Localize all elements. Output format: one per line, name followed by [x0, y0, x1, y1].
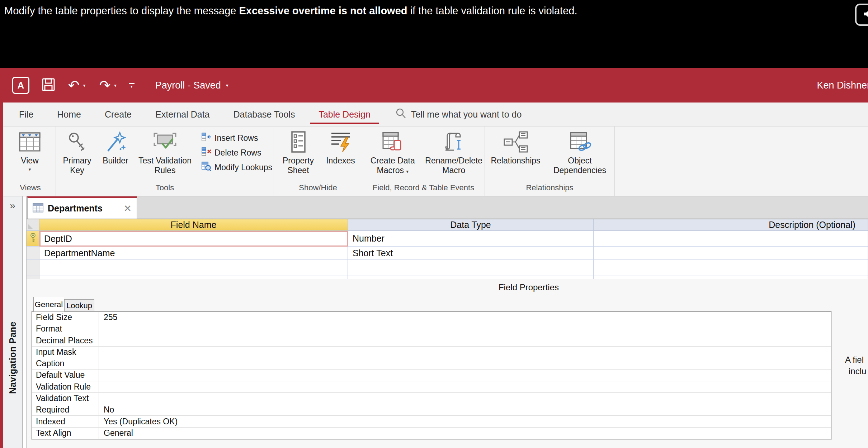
- primary-key-button[interactable]: Primary Key: [56, 127, 98, 180]
- property-value-indexed[interactable]: Yes (Duplicates OK): [99, 416, 831, 427]
- tell-me-label: Tell me what you want to do: [411, 109, 522, 120]
- customize-quick-access-icon: [129, 83, 135, 84]
- rename-delete-macro-label: Rename/Delete Macro: [423, 156, 485, 175]
- relationships-button[interactable]: Relationships: [486, 127, 546, 180]
- delete-rows-button[interactable]: Delete Rows: [201, 146, 270, 159]
- property-row-field-size: Field Size 255: [32, 312, 831, 323]
- cell-field-name-departmentname[interactable]: DepartmentName: [39, 247, 348, 260]
- key-icon: [66, 129, 89, 154]
- field-properties-heading: Field Properties: [278, 282, 780, 292]
- insert-rows-label: Insert Rows: [214, 133, 258, 143]
- tab-general[interactable]: General: [33, 297, 64, 311]
- create-data-macros-button[interactable]: Create Data Macros ▾: [362, 127, 423, 180]
- validation-check-icon: [152, 129, 178, 154]
- property-name: Indexed: [32, 416, 99, 427]
- property-value-required[interactable]: No: [99, 404, 831, 415]
- property-value-field-size[interactable]: 255: [99, 312, 831, 323]
- row-selector[interactable]: [27, 276, 39, 279]
- cell-field-name-partial[interactable]: [39, 276, 348, 279]
- column-header-field-name: Field Name: [39, 219, 348, 231]
- property-sheet-button[interactable]: Property Sheet: [276, 127, 321, 180]
- tab-create[interactable]: Create: [93, 103, 143, 126]
- redo-button[interactable]: ↷▾: [99, 78, 116, 92]
- modify-lookups-button[interactable]: Modify Lookups: [201, 161, 270, 174]
- row-selector[interactable]: [27, 247, 39, 260]
- property-row-format: Format: [32, 323, 831, 335]
- property-row-validation-rule: Validation Rule: [32, 381, 831, 393]
- customize-quick-access-button[interactable]: ▾: [129, 83, 135, 88]
- property-row-decimal-places: Decimal Places: [32, 335, 831, 347]
- property-value-validation-text[interactable]: [99, 393, 831, 404]
- group-label-views: Views: [5, 183, 56, 195]
- view-button[interactable]: View ▾: [5, 127, 55, 180]
- object-dependencies-button[interactable]: Object Dependencies: [546, 127, 614, 180]
- window-edge-accent: [0, 103, 3, 448]
- cell-data-type-partial[interactable]: [348, 276, 594, 279]
- group-label-show-hide: Show/Hide: [274, 183, 362, 195]
- navigation-pane-expand-button[interactable]: »: [3, 200, 22, 211]
- tab-database-tools[interactable]: Database Tools: [222, 103, 307, 126]
- row-selector[interactable]: [27, 260, 39, 276]
- property-row-text-align: Text Align General: [32, 428, 831, 439]
- table-macro-icon: [381, 129, 404, 154]
- save-button[interactable]: [42, 78, 55, 93]
- property-value-input-mask[interactable]: [99, 347, 831, 358]
- insert-rows-button[interactable]: Insert Rows: [201, 132, 270, 144]
- group-label-field-record-table-events: Field, Record & Table Events: [362, 183, 485, 195]
- cell-description-row1[interactable]: [594, 231, 868, 247]
- property-sheet-label: Property Sheet: [276, 156, 321, 175]
- property-value-default-value[interactable]: [99, 370, 831, 381]
- redo-dropdown-icon[interactable]: ▾: [114, 83, 117, 88]
- cell-data-type-short-text[interactable]: Short Text: [348, 247, 594, 260]
- delete-rows-label: Delete Rows: [214, 148, 261, 158]
- rename-delete-macro-button[interactable]: Rename/Delete Macro: [423, 127, 485, 180]
- field-row-empty: [27, 260, 868, 276]
- property-value-validation-rule[interactable]: [99, 381, 831, 392]
- builder-label: Builder: [103, 156, 128, 166]
- document-tab-departments[interactable]: Departments ✕: [27, 196, 137, 219]
- tab-table-design[interactable]: Table Design: [307, 103, 382, 126]
- narration-audio-button[interactable]: [855, 4, 868, 26]
- cell-field-name-empty[interactable]: [39, 260, 348, 276]
- property-value-caption[interactable]: [99, 358, 831, 369]
- property-value-decimal-places[interactable]: [99, 335, 831, 346]
- document-tab-strip: Departments ✕: [27, 196, 868, 219]
- navigation-pane-splitter[interactable]: [22, 196, 27, 448]
- cell-field-name-deptid[interactable]: DeptID: [39, 231, 348, 247]
- relationships-diagram-icon: [503, 129, 529, 154]
- cell-description-empty[interactable]: [594, 260, 868, 276]
- group-label-tools: Tools: [56, 183, 274, 195]
- ribbon-group-tools: Primary Key Builder: [56, 127, 274, 196]
- account-user-name[interactable]: Ken Dishner: [817, 80, 868, 91]
- tab-external-data[interactable]: External Data: [143, 103, 221, 126]
- tab-lookup[interactable]: Lookup: [64, 299, 94, 311]
- test-validation-rules-button[interactable]: Test Validation Rules: [133, 127, 197, 180]
- property-value-format[interactable]: [99, 323, 831, 334]
- undo-dropdown-icon[interactable]: ▾: [83, 83, 86, 88]
- builder-button[interactable]: Builder: [98, 127, 133, 180]
- group-label-relationships: Relationships: [485, 183, 614, 195]
- indexes-label: Indexes: [326, 156, 355, 166]
- cell-data-type-empty[interactable]: [348, 260, 594, 276]
- property-value-text-align[interactable]: General: [99, 428, 831, 439]
- cell-description-partial[interactable]: [594, 276, 868, 279]
- document-title-dropdown[interactable]: Payroll - Saved ▾: [155, 80, 228, 91]
- cell-data-type-number[interactable]: Number: [348, 231, 594, 247]
- close-tab-icon[interactable]: ✕: [123, 203, 132, 214]
- indexes-button[interactable]: Indexes: [321, 127, 360, 180]
- row-selector-primary-key[interactable]: [27, 231, 39, 247]
- tab-home[interactable]: Home: [45, 103, 93, 126]
- title-dropdown-icon: ▾: [226, 82, 228, 88]
- test-validation-rules-label: Test Validation Rules: [133, 156, 197, 175]
- navigation-pane-label[interactable]: Navigation Pane: [3, 299, 22, 417]
- tab-file[interactable]: File: [7, 103, 45, 126]
- access-logo-icon: A: [12, 77, 29, 94]
- magic-wand-icon: [104, 129, 127, 154]
- property-name: Validation Rule: [32, 381, 99, 392]
- undo-button[interactable]: ↶▾: [68, 78, 85, 92]
- save-icon: [42, 78, 55, 93]
- property-row-default-value: Default Value: [32, 370, 831, 381]
- cell-description-row2[interactable]: [594, 247, 868, 260]
- property-name: Format: [32, 323, 99, 334]
- tell-me-search[interactable]: Tell me what you want to do: [395, 108, 522, 121]
